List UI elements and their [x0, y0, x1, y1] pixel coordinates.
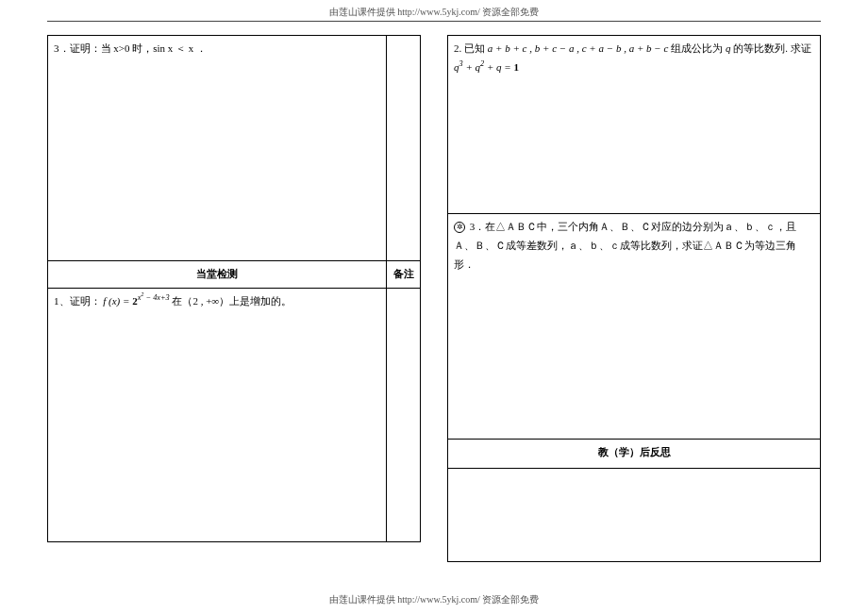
right-problem2-line2: q3 + q2 + q = 1 — [454, 58, 814, 77]
right-reflection-label-text: 教（学）后反思 — [598, 446, 671, 457]
left-problem1-math: f (x) = 2x2 − 4x+3 — [103, 295, 172, 307]
header-text: 由莲山课件提供 http://www.5ykj.com/ 资源全部免费 — [329, 7, 540, 17]
footer-text: 由莲山课件提供 http://www.5ykj.com/ 资源全部免费 — [329, 594, 540, 605]
left-problem1-suffix: 在（2 , +∞）上是增加的。 — [172, 295, 292, 307]
right-problem2-cell: 2. 已知 a + b + c , b + c − a , c + a − b … — [448, 36, 821, 214]
right-problem3-text: 3．在△ＡＢＣ中，三个内角Ａ、Ｂ、Ｃ对应的边分别为ａ、ｂ、ｃ，且Ａ、Ｂ、Ｃ成等差… — [454, 221, 796, 270]
left-table: 3．证明：当 x>0 时，sin x ＜ x ． 当堂检测 备注 1、证明： f… — [47, 35, 421, 542]
page-header: 由莲山课件提供 http://www.5ykj.com/ 资源全部免费 — [47, 0, 821, 22]
right-column: 2. 已知 a + b + c , b + c − a , c + a − b … — [447, 35, 821, 562]
right-problem2-line1: 2. 已知 a + b + c , b + c − a , c + a − b … — [454, 40, 814, 58]
left-problem3-text: 3．证明：当 x>0 时，sin x ＜ x ． — [54, 42, 207, 54]
left-problem3-cell: 3．证明：当 x>0 时，sin x ＜ x ． — [48, 36, 387, 261]
right-table: 2. 已知 a + b + c , b + c − a , c + a − b … — [447, 35, 821, 562]
right-problem3-cell: ✲ 3．在△ＡＢＣ中，三个内角Ａ、Ｂ、Ｃ对应的边分别为ａ、ｂ、ｃ，且Ａ、Ｂ、Ｃ成… — [448, 214, 821, 440]
left-column: 3．证明：当 x>0 时，sin x ＜ x ． 当堂检测 备注 1、证明： f… — [47, 35, 421, 562]
page-footer: 由莲山课件提供 http://www.5ykj.com/ 资源全部免费 — [47, 588, 821, 608]
left-problem1-prefix: 1、证明： — [54, 295, 101, 307]
left-problem3-note-cell — [387, 36, 421, 261]
right-reflection-body-cell — [448, 469, 821, 562]
content-area: 3．证明：当 x>0 时，sin x ＜ x ． 当堂检测 备注 1、证明： f… — [47, 35, 821, 562]
left-section-label-text: 当堂检测 — [196, 268, 238, 279]
sun-icon: ✲ — [454, 222, 465, 233]
left-section-label-cell: 当堂检测 — [48, 261, 387, 289]
left-note-label-cell: 备注 — [387, 261, 421, 289]
left-note-label-text: 备注 — [393, 268, 414, 279]
left-problem1-cell: 1、证明： f (x) = 2x2 − 4x+3 在（2 , +∞）上是增加的。 — [48, 289, 387, 542]
left-problem1-note-cell — [387, 289, 421, 542]
right-reflection-label-cell: 教（学）后反思 — [448, 440, 821, 469]
